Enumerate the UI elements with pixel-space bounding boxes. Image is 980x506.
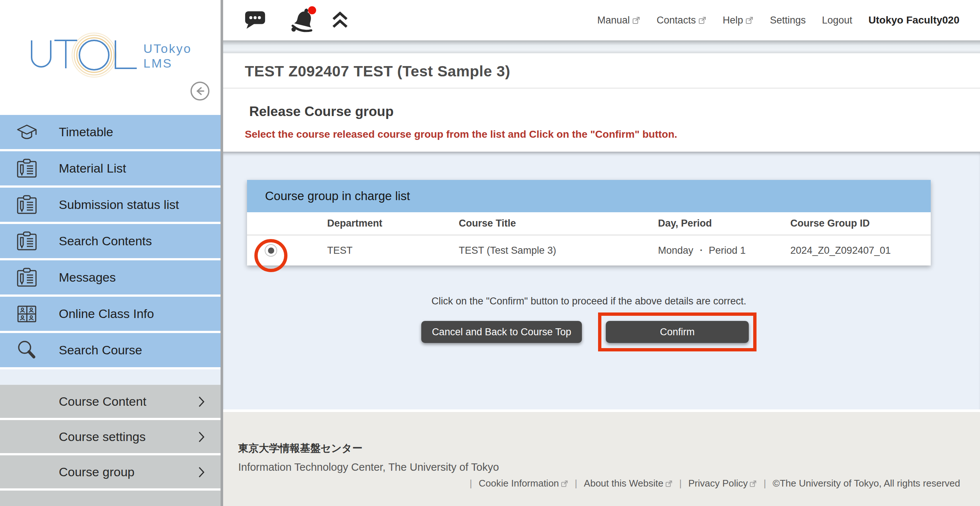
footer-copyright: ©The University of Tokyo, All rights res… bbox=[773, 478, 960, 489]
instruction-text: Select the course released course group … bbox=[245, 128, 980, 140]
external-link-icon bbox=[698, 16, 706, 24]
chat-icon[interactable] bbox=[244, 8, 267, 31]
collapse-up-icon[interactable] bbox=[331, 10, 350, 29]
cancel-button[interactable]: Cancel and Back to Course Top bbox=[421, 321, 582, 343]
notification-badge bbox=[308, 6, 316, 14]
confirm-note: Click on the "Confirm" button to proceed… bbox=[247, 296, 931, 307]
cell-day-period: Monday ・ Period 1 bbox=[625, 244, 768, 257]
content-section: Course group in charge list Department C… bbox=[223, 152, 980, 409]
external-link-icon bbox=[632, 16, 640, 24]
sidebar-item-online-class-info[interactable]: Online Class Info bbox=[0, 297, 221, 331]
footer-link-label: Cookie Information bbox=[479, 478, 559, 489]
course-group-radio[interactable] bbox=[265, 244, 277, 257]
main-area: Manual Contacts Help Settings Logout Uto… bbox=[223, 0, 980, 506]
sidebar-section-course-settings[interactable]: Course settings bbox=[0, 420, 221, 453]
clipboard-icon bbox=[15, 193, 39, 217]
sidebar-item-label: Timetable bbox=[59, 125, 113, 139]
chevron-right-icon bbox=[197, 466, 206, 480]
nav-link-help[interactable]: Help bbox=[723, 15, 754, 26]
sidebar-item-label: Search Course bbox=[59, 343, 142, 357]
sidebar-section-label: Course Content bbox=[59, 394, 146, 409]
sidebar-partial-item bbox=[0, 490, 221, 506]
sidebar-item-material-list[interactable]: Material List bbox=[0, 151, 221, 186]
confirm-button[interactable]: Confirm bbox=[606, 321, 749, 343]
nav-link-logout[interactable]: Logout bbox=[822, 15, 853, 26]
column-header-course-group-id: Course Group ID bbox=[768, 218, 931, 229]
footer-link-label: About this Website bbox=[584, 478, 663, 489]
sidebar-item-search-course[interactable]: Search Course bbox=[0, 333, 221, 367]
sidebar-section-label: Course group bbox=[59, 465, 135, 479]
clipboard-icon bbox=[15, 156, 39, 181]
sidebar-section-course-content[interactable]: Course Content bbox=[0, 385, 221, 418]
sidebar-section-course-group[interactable]: Course group bbox=[0, 455, 221, 489]
footer-org-jp: 東京大学情報基盤センター bbox=[238, 441, 960, 455]
title-divider bbox=[223, 88, 980, 89]
section-title: Release Course group bbox=[249, 104, 980, 119]
column-header-day-period: Day, Period bbox=[625, 218, 768, 229]
external-link-icon bbox=[665, 480, 673, 487]
clipboard-icon bbox=[15, 229, 39, 253]
annotation-box-confirm: Confirm bbox=[598, 312, 757, 351]
footer-link-privacy-policy[interactable]: Privacy Policy bbox=[688, 478, 757, 489]
sidebar-item-label: Material List bbox=[59, 161, 126, 176]
footer-link-about-this-website[interactable]: About this Website bbox=[584, 478, 672, 489]
sidebar-item-label: Submission status list bbox=[59, 198, 179, 212]
sidebar-item-timetable[interactable]: Timetable bbox=[0, 115, 221, 149]
footer-links: | Cookie Information | About this Websit… bbox=[238, 478, 960, 489]
topbar-shadow-strip bbox=[223, 40, 980, 53]
table-header-row: Department Course Title Day, Period Cour… bbox=[247, 212, 931, 235]
external-link-icon bbox=[561, 480, 568, 487]
nav-link-label: Logout bbox=[822, 15, 853, 26]
sidebar-item-label: Online Class Info bbox=[59, 307, 154, 321]
logo-subtitle-2: LMS bbox=[143, 56, 172, 70]
separator: | bbox=[470, 478, 473, 489]
sidebar: UTokyo LMS Timetable bbox=[0, 0, 221, 506]
logged-in-user: Utokyo Faculty020 bbox=[869, 14, 959, 26]
nav-link-label: Manual bbox=[597, 15, 630, 26]
nav-link-settings[interactable]: Settings bbox=[770, 15, 806, 26]
nav-link-label: Contacts bbox=[657, 15, 696, 26]
chevron-right-icon bbox=[197, 431, 206, 445]
graduation-cap-icon bbox=[15, 120, 39, 144]
sidebar-section-label: Course settings bbox=[59, 430, 146, 444]
sidebar-item-messages[interactable]: Messages bbox=[0, 260, 221, 295]
magnifier-icon bbox=[15, 338, 39, 362]
topbar: Manual Contacts Help Settings Logout Uto… bbox=[223, 0, 980, 40]
clipboard-icon bbox=[15, 265, 39, 290]
chevron-right-icon bbox=[197, 395, 206, 409]
course-group-table: Course group in charge list Department C… bbox=[247, 180, 931, 265]
sidebar-collapse-button[interactable] bbox=[190, 81, 210, 102]
table-row: TEST TEST (Test Sample 3) Monday ・ Perio… bbox=[247, 235, 931, 265]
sidebar-divider bbox=[221, 0, 223, 506]
column-header-department: Department bbox=[295, 218, 426, 229]
notification-bell-icon[interactable] bbox=[289, 6, 318, 35]
footer-link-cookie-information[interactable]: Cookie Information bbox=[479, 478, 568, 489]
buttons-row: Cancel and Back to Course Top Confirm bbox=[247, 312, 931, 351]
cell-course-title: TEST (Test Sample 3) bbox=[426, 245, 625, 256]
column-header-course-title: Course Title bbox=[426, 218, 625, 229]
topbar-nav: Manual Contacts Help Settings Logout Uto… bbox=[597, 0, 959, 40]
sidebar-spacer bbox=[0, 370, 221, 385]
cell-course-group-id: 2024_Z0_Z092407_01 bbox=[768, 245, 931, 256]
footer-link-label: Privacy Policy bbox=[688, 478, 748, 489]
footer-org-en: Information Technology Center, The Unive… bbox=[238, 461, 960, 473]
title-section: TEST Z092407 TEST (Test Sample 3) Releas… bbox=[223, 53, 980, 152]
sidebar-item-submission-status-list[interactable]: Submission status list bbox=[0, 188, 221, 222]
separator: | bbox=[575, 478, 578, 489]
nav-link-contacts[interactable]: Contacts bbox=[657, 15, 706, 26]
external-link-icon bbox=[746, 16, 754, 24]
nav-link-manual[interactable]: Manual bbox=[597, 15, 641, 26]
logo-subtitle-1: UTokyo bbox=[143, 41, 191, 56]
external-link-icon bbox=[749, 480, 757, 487]
logo-area: UTokyo LMS bbox=[0, 0, 221, 115]
sidebar-item-label: Search Contents bbox=[59, 234, 152, 248]
cell-department: TEST bbox=[295, 245, 426, 256]
separator: | bbox=[679, 478, 682, 489]
video-grid-icon bbox=[15, 302, 39, 326]
utol-logo[interactable]: UTokyo LMS bbox=[29, 30, 198, 78]
nav-link-label: Help bbox=[723, 15, 743, 26]
radio-selected-dot bbox=[268, 247, 274, 254]
sidebar-item-search-contents[interactable]: Search Contents bbox=[0, 224, 221, 258]
nav-link-label: Settings bbox=[770, 15, 806, 26]
footer: 東京大学情報基盤センター Information Technology Cent… bbox=[223, 412, 980, 506]
